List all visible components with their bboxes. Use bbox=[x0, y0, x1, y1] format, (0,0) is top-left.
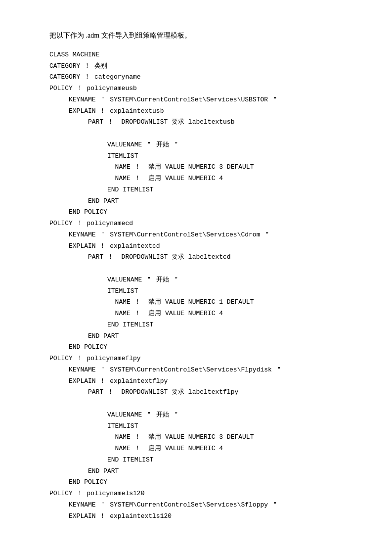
code-block: CLASS MACHINE CATEGORY ！ 类别 CATEGORY ！ c… bbox=[49, 49, 352, 522]
intro-text: 把以下作为 .adm 文件导入到组策略管理模板。 bbox=[49, 30, 352, 42]
